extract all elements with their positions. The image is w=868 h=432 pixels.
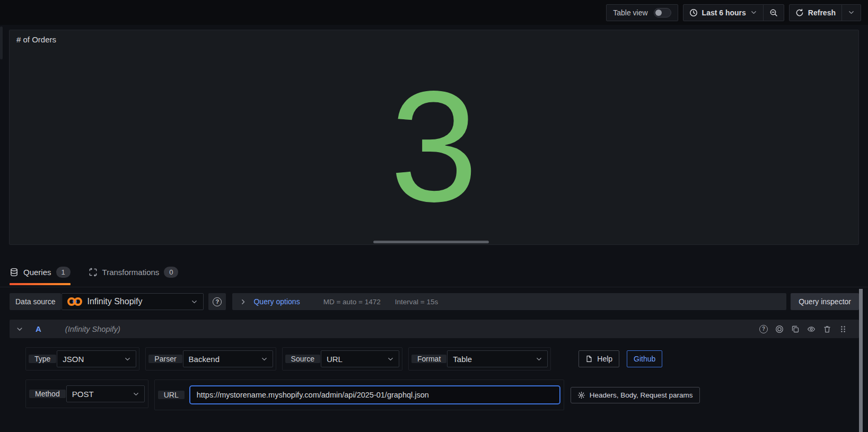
chevron-right-icon bbox=[240, 298, 247, 305]
datasource-label: Data source bbox=[10, 293, 61, 310]
tab-queries-label: Queries bbox=[23, 268, 51, 277]
chevron-down-icon bbox=[387, 356, 394, 363]
hide-response-eye-icon[interactable] bbox=[807, 325, 816, 333]
chevron-down-icon bbox=[261, 356, 268, 363]
chevron-down-icon bbox=[536, 356, 542, 363]
url-field-group: URL bbox=[154, 380, 564, 410]
stat-value-container: 3 bbox=[10, 30, 858, 244]
format-select[interactable]: Table bbox=[447, 350, 548, 367]
github-button[interactable]: Github bbox=[627, 350, 662, 367]
parser-select[interactable]: Backend bbox=[183, 350, 273, 367]
query-ref-id[interactable]: A bbox=[36, 324, 41, 333]
vertical-scrollbar[interactable] bbox=[859, 289, 863, 432]
github-button-label: Github bbox=[634, 355, 655, 363]
source-field-group: Source URL bbox=[282, 347, 402, 371]
tab-queries[interactable]: Queries 1 bbox=[10, 258, 71, 287]
time-range-label: Last 6 hours bbox=[702, 8, 746, 17]
query-options-row-1: Type JSON Parser Backend Source URL bbox=[25, 347, 859, 371]
datasource-value: Infinity Shopify bbox=[87, 297, 142, 306]
remove-query-trash-icon[interactable] bbox=[823, 325, 831, 333]
refresh-button[interactable]: Refresh bbox=[789, 4, 842, 21]
time-range-picker[interactable]: Last 6 hours bbox=[683, 4, 764, 21]
method-field-group: Method POST bbox=[25, 380, 148, 408]
editor-tabs: Queries 1 Transformations 0 bbox=[0, 258, 178, 287]
type-select[interactable]: JSON bbox=[57, 350, 136, 367]
datasource-picker[interactable]: Infinity Shopify bbox=[62, 293, 204, 310]
pane-splitter-handle[interactable] bbox=[0, 27, 3, 59]
source-select[interactable]: URL bbox=[321, 350, 399, 367]
method-label: Method bbox=[29, 390, 66, 398]
url-label: URL bbox=[158, 391, 185, 399]
document-icon bbox=[585, 355, 593, 363]
source-value: URL bbox=[327, 355, 343, 364]
help-button[interactable]: Help bbox=[578, 350, 619, 367]
interval-text: Interval = 15s bbox=[395, 298, 438, 306]
parser-value: Backend bbox=[189, 355, 220, 364]
type-field-group: Type JSON bbox=[25, 347, 139, 371]
time-controls-group: Last 6 hours bbox=[683, 4, 784, 21]
refresh-icon bbox=[795, 8, 804, 17]
toggle-knob bbox=[655, 10, 662, 16]
format-value: Table bbox=[453, 355, 472, 364]
type-label: Type bbox=[29, 355, 56, 363]
toolbar: Table view Last 6 hours Refresh bbox=[0, 0, 868, 25]
refresh-label: Refresh bbox=[808, 8, 836, 17]
chevron-down-icon bbox=[191, 298, 198, 305]
refresh-interval-dropdown[interactable] bbox=[841, 4, 861, 21]
url-input[interactable] bbox=[189, 385, 560, 404]
query-inspector-button[interactable]: Query inspector bbox=[791, 293, 859, 310]
query-options-bar[interactable]: Query options MD = auto = 1472 Interval … bbox=[232, 293, 786, 310]
queries-count-badge: 1 bbox=[56, 267, 71, 278]
clock-icon bbox=[689, 8, 698, 17]
source-label: Source bbox=[285, 355, 320, 363]
transformations-count-badge: 0 bbox=[164, 267, 178, 278]
query-options-label: Query options bbox=[253, 297, 300, 306]
headers-button-label: Headers, Body, Request params bbox=[590, 391, 693, 399]
table-view-control: Table view bbox=[606, 4, 678, 21]
query-datasource-hint: (Infinity Shopify) bbox=[65, 325, 120, 333]
tab-transformations[interactable]: Transformations 0 bbox=[89, 258, 179, 287]
table-view-toggle[interactable] bbox=[654, 8, 671, 17]
chevron-down-icon bbox=[750, 9, 757, 16]
refresh-group: Refresh bbox=[789, 4, 861, 21]
method-select[interactable]: POST bbox=[66, 385, 145, 402]
stat-panel: # of Orders 3 bbox=[9, 30, 859, 245]
collapse-chevron-icon[interactable] bbox=[16, 325, 23, 333]
format-label: Format bbox=[411, 355, 446, 363]
database-icon bbox=[10, 268, 19, 277]
drag-handle-icon[interactable] bbox=[839, 325, 847, 333]
max-data-points-text: MD = auto = 1472 bbox=[323, 298, 381, 306]
table-view-label: Table view bbox=[613, 8, 647, 17]
method-value: POST bbox=[72, 390, 94, 399]
duplicate-query-icon[interactable] bbox=[791, 325, 800, 333]
datasource-row: Data source Infinity Shopify ? Query opt… bbox=[10, 293, 859, 310]
stat-value: 3 bbox=[390, 88, 478, 205]
type-value: JSON bbox=[63, 355, 84, 364]
datasource-help-button[interactable]: ? bbox=[208, 293, 226, 310]
process-icon bbox=[89, 268, 98, 277]
zoom-out-icon bbox=[769, 8, 778, 17]
gear-icon bbox=[577, 391, 585, 399]
query-editor-section: Data source Infinity Shopify ? Query opt… bbox=[0, 287, 868, 432]
zoom-out-time-button[interactable] bbox=[763, 4, 784, 21]
chevron-down-icon bbox=[848, 9, 855, 16]
parser-field-group: Parser Backend bbox=[145, 347, 276, 371]
query-options-row-2: Method POST URL Headers, Body, Request p… bbox=[25, 380, 859, 410]
query-row-actions: ? bbox=[759, 325, 847, 333]
chevron-down-icon bbox=[124, 356, 131, 363]
headers-body-params-button[interactable]: Headers, Body, Request params bbox=[571, 387, 700, 403]
query-row-header: A (Infinity Shopify) ? bbox=[10, 320, 859, 338]
tab-transformations-label: Transformations bbox=[102, 268, 160, 277]
question-circle-icon: ? bbox=[213, 297, 222, 306]
format-field-group: Format Table bbox=[408, 347, 551, 371]
horizontal-scrollbar[interactable] bbox=[373, 241, 489, 243]
grafana-panel-editor: Table view Last 6 hours Refresh # bbox=[0, 0, 868, 432]
query-help-icon[interactable]: ? bbox=[759, 325, 768, 333]
infinity-logo bbox=[67, 297, 82, 306]
chevron-down-icon bbox=[133, 391, 139, 398]
help-button-label: Help bbox=[597, 355, 612, 363]
parser-label: Parser bbox=[148, 355, 182, 363]
disable-query-icon[interactable] bbox=[775, 325, 784, 333]
